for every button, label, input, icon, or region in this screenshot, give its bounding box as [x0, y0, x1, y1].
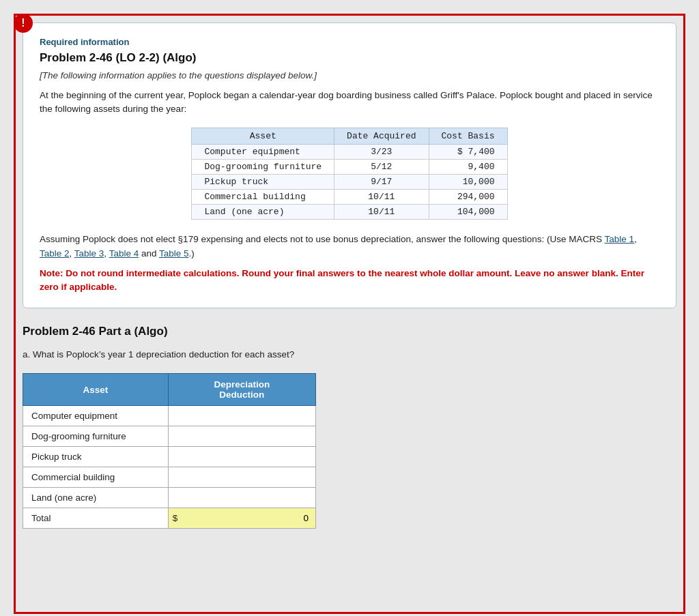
- col-asset: Asset: [192, 128, 334, 144]
- answer-input-cell[interactable]: [168, 467, 315, 488]
- answer-input-cell[interactable]: [168, 406, 315, 426]
- cost-cell: $ 7,400: [429, 144, 507, 159]
- depreciation-input[interactable]: [173, 430, 311, 443]
- date-cell: 5/12: [334, 159, 429, 174]
- table2-link[interactable]: Table 2: [40, 248, 70, 259]
- cost-cell: 294,000: [429, 189, 507, 204]
- answer-table-row: Computer equipment: [23, 406, 316, 426]
- total-input-cell[interactable]: $: [168, 508, 315, 529]
- answer-table-row: Commercial building: [23, 467, 316, 488]
- italic-note: [The following information applies to th…: [40, 70, 659, 80]
- answer-table: Asset DepreciationDeduction Computer equ…: [23, 373, 316, 529]
- answer-asset-name: Land (one acre): [23, 488, 169, 508]
- table4-link[interactable]: Table 4: [109, 248, 139, 259]
- depreciation-input[interactable]: [173, 491, 311, 504]
- depreciation-input[interactable]: [173, 471, 311, 484]
- answer-input-cell[interactable]: [168, 426, 315, 447]
- question-text: a. What is Poplock’s year 1 depreciation…: [23, 349, 676, 360]
- answer-table-row: Pickup truck: [23, 447, 316, 467]
- table-row: Computer equipment 3/23 $ 7,400: [192, 144, 507, 159]
- asset-name-cell: Pickup truck: [192, 174, 334, 189]
- answer-asset-name: Dog-grooming furniture: [23, 426, 169, 447]
- date-cell: 3/23: [334, 144, 429, 159]
- answer-col-asset: Asset: [23, 374, 169, 406]
- section-title: Problem 2-46 Part a (Algo): [23, 325, 676, 338]
- required-label: Required information: [40, 37, 659, 47]
- table-row: Pickup truck 9/17 10,000: [192, 174, 507, 189]
- table-row: Dog-grooming furniture 5/12 9,400: [192, 159, 507, 174]
- depreciation-input[interactable]: [173, 450, 311, 463]
- outer-border: ! Required information Problem 2-46 (LO …: [14, 14, 685, 614]
- macrs-text: Assuming Poplock does not elect §179 exp…: [40, 232, 659, 261]
- table1-link[interactable]: Table 1: [605, 234, 635, 244]
- table-row: Commercial building 10/11 294,000: [192, 189, 507, 204]
- answer-table-row: Land (one acre): [23, 488, 316, 508]
- table-row: Land (one acre) 10/11 104,000: [192, 204, 507, 219]
- part-section: Problem 2-46 Part a (Algo) a. What is Po…: [23, 325, 676, 529]
- answer-asset-name: Pickup truck: [23, 447, 169, 467]
- total-label: Total: [23, 508, 169, 529]
- total-value-input[interactable]: [182, 512, 311, 525]
- col-date: Date Acquired: [334, 128, 429, 144]
- info-asset-table: Asset Date Acquired Cost Basis Computer …: [191, 128, 507, 220]
- table3-link[interactable]: Table 3: [74, 248, 104, 259]
- asset-name-cell: Dog-grooming furniture: [192, 159, 334, 174]
- info-card: ! Required information Problem 2-46 (LO …: [23, 23, 676, 308]
- date-cell: 9/17: [334, 174, 429, 189]
- answer-table-row: Dog-grooming furniture: [23, 426, 316, 447]
- date-cell: 10/11: [334, 204, 429, 219]
- depreciation-input[interactable]: [173, 409, 311, 422]
- answer-asset-name: Commercial building: [23, 467, 169, 488]
- problem-title: Problem 2-46 (LO 2-2) (Algo): [40, 51, 659, 65]
- asset-name-cell: Land (one acre): [192, 204, 334, 219]
- table5-link[interactable]: Table 5: [159, 248, 189, 259]
- answer-asset-name: Computer equipment: [23, 406, 169, 426]
- cost-cell: 9,400: [429, 159, 507, 174]
- note-text: Note: Do not round intermediate calculat…: [40, 267, 659, 295]
- date-cell: 10/11: [334, 189, 429, 204]
- asset-name-cell: Computer equipment: [192, 144, 334, 159]
- alert-icon: !: [14, 14, 33, 33]
- answer-input-cell[interactable]: [168, 488, 315, 508]
- total-row: Total $: [23, 508, 316, 529]
- description: At the beginning of the current year, Po…: [40, 89, 659, 117]
- cost-cell: 104,000: [429, 204, 507, 219]
- col-cost: Cost Basis: [429, 128, 507, 144]
- asset-name-cell: Commercial building: [192, 189, 334, 204]
- cost-cell: 10,000: [429, 174, 507, 189]
- dollar-sign: $: [173, 513, 182, 523]
- answer-col-deduction: DepreciationDeduction: [168, 374, 315, 406]
- answer-input-cell[interactable]: [168, 447, 315, 467]
